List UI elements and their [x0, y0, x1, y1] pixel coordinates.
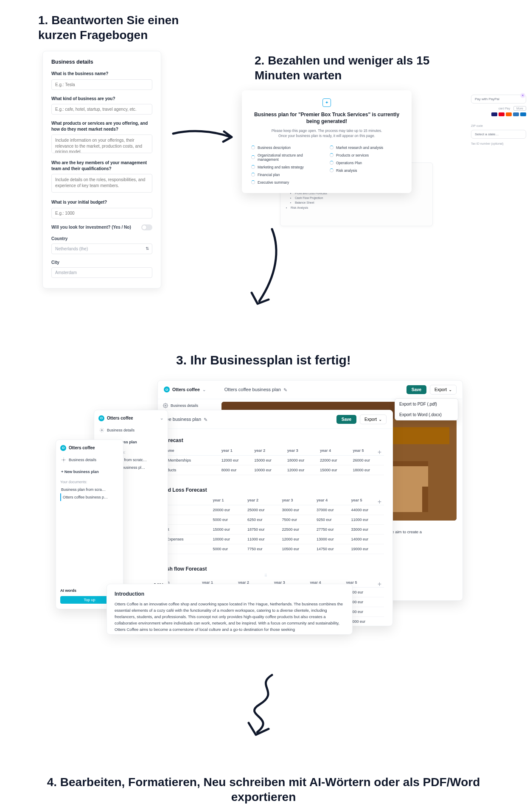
spinner-icon — [330, 168, 334, 172]
add-row-icon[interactable]: + — [147, 475, 384, 484]
gen-progress-item: Risk analysis — [330, 168, 402, 173]
export-button[interactable]: Export ⌄ — [360, 414, 387, 424]
gen-progress-item: Operations Plan — [330, 161, 402, 165]
label-tax-row: ZIP code — [471, 124, 526, 127]
table-row[interactable]: Operating Expenses10000 eur11000 eur1200… — [147, 534, 384, 544]
svg-rect-12 — [422, 487, 428, 512]
sidebar-business-details[interactable]: Business details — [162, 401, 211, 410]
export-docx[interactable]: Export to Word (.docx) — [395, 409, 458, 420]
table-row[interactable]: Net Profit5000 eur7750 eur10500 eur14750… — [147, 544, 384, 554]
step4-title: 4. Bearbeiten, Formatieren, Neu schreibe… — [17, 775, 510, 804]
table-row[interactable]: Revenue20000 eur25000 eur30000 eur37000 … — [147, 505, 384, 515]
input-budget[interactable] — [51, 208, 152, 218]
q-business-name: What is the business name? — [51, 71, 152, 77]
gear-icon — [99, 428, 104, 433]
gen-progress-item: Executive summary — [251, 180, 324, 185]
chevron-down-icon: ⌄ — [378, 417, 382, 422]
input-city[interactable] — [51, 267, 152, 278]
add-column-icon[interactable]: + — [378, 448, 381, 456]
input-business-name[interactable] — [51, 79, 152, 90]
table-header: year 2 — [252, 446, 285, 456]
input-business-kind[interactable] — [51, 104, 152, 115]
table-header: year 3 — [280, 496, 315, 505]
select-country[interactable] — [51, 244, 152, 254]
form-heading: Business details — [51, 59, 152, 65]
step3-title: 3. Ihr Businessplan ist fertig! — [17, 352, 510, 368]
card-logos — [471, 112, 526, 117]
sidebar-business-details[interactable]: Business details — [98, 426, 163, 435]
gear-icon — [61, 457, 66, 462]
table-header: year 3 — [286, 446, 318, 456]
save-button[interactable]: Save — [336, 415, 356, 424]
sidebar-business-details[interactable]: Business details — [60, 455, 119, 465]
table-row[interactable]: COGS5000 eur6250 eur7500 eur9250 eur1100… — [147, 515, 384, 524]
q-budget: What is your initial budget? — [51, 199, 152, 205]
table-sales[interactable]: product nameyear 1year 2year 3year 4year… — [147, 446, 384, 475]
label-tax: Tax ID number (optional) — [471, 142, 526, 145]
table-row[interactable]: Gross Profit15000 eur18750 eur22500 eur2… — [147, 524, 384, 534]
step1-title: 1. Beantworten Sie einen kurzen Fragebog… — [38, 13, 208, 42]
gear-icon — [163, 403, 168, 408]
close-icon[interactable]: × — [520, 93, 525, 98]
doc-item[interactable]: Otters coffee business p… — [60, 493, 119, 501]
table-header: year 2 — [246, 496, 280, 505]
intro-body: Otters Coffee is an innovative coffee sh… — [115, 601, 345, 633]
gen-progress-item: Business description — [251, 146, 324, 150]
input-team[interactable] — [51, 174, 152, 193]
spinner-icon — [251, 180, 255, 184]
new-plan-button[interactable]: + New business plan — [60, 468, 119, 476]
intro-heading: Introduction — [115, 590, 345, 598]
account-name[interactable]: Otters coffee — [172, 387, 200, 392]
pencil-icon[interactable]: ✎ — [283, 387, 288, 392]
svg-point-15 — [101, 429, 103, 431]
table-profit-loss[interactable]: metricyear 1year 2year 3year 4year 5Reve… — [147, 496, 384, 554]
step2-title: 2. Bezahlen und weniger als 15 Minuten w… — [255, 53, 475, 83]
doc-item[interactable]: Business plan from scra… — [60, 486, 119, 493]
pay-paypal-button[interactable]: Pay with PayPal — [471, 95, 526, 104]
your-documents-label: Your documents: — [60, 480, 119, 484]
spinner-icon — [251, 165, 255, 169]
doc-title: Otters coffee business plan — [224, 387, 281, 392]
input-products[interactable] — [51, 134, 152, 153]
table-row[interactable]: Coffee Products8000 eur10000 eur12000 eu… — [147, 465, 384, 475]
export-menu: Export to PDF (.pdf) Export to Word (.do… — [395, 398, 458, 420]
table-title-pl: Profit and Loss Forecast — [147, 487, 384, 493]
spinner-icon — [330, 146, 334, 149]
chevron-updown-icon: ⇅ — [146, 246, 149, 251]
toggle-investment[interactable] — [141, 224, 152, 230]
spinner-icon — [251, 173, 255, 176]
table-header: year 4 — [315, 496, 350, 505]
generating-modal: ✦ Business plan for "Premier Box Truck S… — [242, 90, 412, 193]
arrow-icon — [170, 123, 238, 153]
q-products: What products or services are you offeri… — [51, 120, 152, 132]
spinner-icon — [330, 153, 334, 157]
add-row-icon[interactable]: + — [147, 554, 384, 563]
gen-progress-item: Products or services — [330, 153, 402, 157]
add-column-icon[interactable]: + — [378, 580, 381, 588]
chevron-down-icon[interactable]: ⌄ — [202, 387, 206, 392]
pencil-icon[interactable]: ✎ — [204, 417, 208, 422]
account-name[interactable]: Otters coffee — [69, 445, 95, 450]
spinner-icon — [251, 146, 255, 149]
gen-progress-item: Organizational structure and management — [251, 153, 324, 162]
payment-panel: × Pay with PayPal card Pay More ZIP code… — [471, 95, 526, 145]
q-business-kind: What kind of business are you? — [51, 96, 152, 102]
table-header: year 4 — [318, 446, 351, 456]
chevron-down-icon[interactable]: ⌄ — [160, 416, 163, 420]
q-team: Who are the key members of your manageme… — [51, 160, 152, 171]
account-name[interactable]: Otters coffee — [107, 416, 133, 420]
spinner-icon — [251, 155, 255, 159]
select-state[interactable]: Select a state… — [471, 130, 526, 139]
export-button[interactable]: Export ⌄ — [430, 385, 457, 395]
export-pdf[interactable]: Export to PDF (.pdf) — [395, 399, 458, 409]
questionnaire-form: Business details What is the business na… — [42, 51, 161, 288]
table-header: year 1 — [220, 446, 252, 456]
save-button[interactable]: Save — [406, 385, 426, 394]
table-header: year 1 — [211, 496, 246, 505]
svg-point-16 — [63, 459, 64, 460]
spinner-icon — [330, 161, 334, 165]
add-column-icon[interactable]: + — [378, 498, 381, 506]
generating-title: Business plan for "Premier Box Truck Ser… — [251, 111, 402, 126]
svg-point-0 — [165, 405, 166, 406]
table-row[interactable]: Coworking Memberships12000 eur15000 eur1… — [147, 455, 384, 465]
